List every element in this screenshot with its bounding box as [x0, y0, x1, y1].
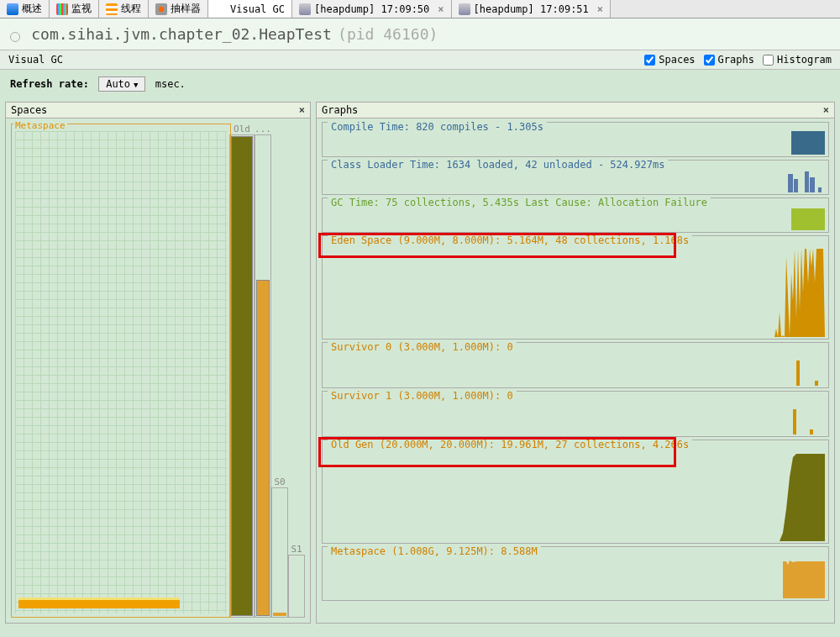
tab-label: [heapdump] 17:09:51 — [474, 3, 589, 15]
metaspace-label: Metaspace — [13, 120, 67, 131]
title-bar: com.sihai.jvm.chapter_02.HeapTest (pid 4… — [0, 18, 840, 50]
graph-survivor-1: Survivor 1 (3.000M, 1.000M): 0 — [322, 391, 829, 437]
heapdump-icon — [299, 3, 311, 15]
spaces-panel: Spaces × Metaspace Old ... — [5, 102, 311, 624]
eden-bar — [256, 280, 270, 616]
graph-title: Metaspace (1.008G, 9.125M): 8.588M — [328, 545, 541, 557]
mini-chart — [783, 556, 825, 598]
panel-header: Spaces × — [6, 103, 310, 118]
svg-rect-3 — [805, 171, 809, 192]
highlight-box — [318, 437, 676, 467]
overview-icon — [7, 3, 18, 15]
svg-rect-2 — [794, 179, 798, 192]
checkbox-label: Spaces — [659, 54, 695, 66]
tabs-bar: 概述 监视 线程 抽样器 Visual GC [heapdump] 17:09:… — [0, 0, 840, 18]
s0-label: S0 — [271, 476, 288, 487]
metaspace-grid — [15, 131, 227, 613]
tab-label: 线程 — [121, 2, 141, 16]
svg-rect-9 — [815, 381, 818, 386]
process-name: com.sihai.jvm.chapter_02.HeapTest — [31, 25, 332, 43]
checkbox[interactable] — [644, 55, 655, 66]
graph-metaspace: Metaspace (1.008G, 9.125M): 8.588M — [322, 546, 829, 601]
eden-label: ... — [255, 124, 271, 134]
svg-rect-10 — [793, 409, 796, 434]
svg-marker-13 — [783, 561, 825, 598]
graph-survivor-0: Survivor 0 (3.000M, 1.000M): 0 — [322, 342, 829, 388]
old-label: Old — [229, 124, 255, 134]
graph-title: Survivor 1 (3.000M, 1.000M): 0 — [328, 390, 517, 402]
metaspace-fill — [18, 598, 180, 608]
refresh-value: Auto — [106, 78, 130, 90]
svg-marker-7 — [774, 249, 825, 337]
mini-chart — [788, 352, 825, 386]
s1-column: S1 — [288, 544, 305, 618]
s1-bar — [290, 556, 303, 616]
tab-visual-gc[interactable]: Visual GC — [208, 0, 292, 18]
svg-rect-4 — [810, 177, 815, 192]
mini-chart — [791, 205, 825, 230]
graph-title: Class Loader Time: 1634 loaded, 42 unloa… — [328, 159, 668, 171]
graph-class-loader: Class Loader Time: 1634 loaded, 42 unloa… — [322, 160, 829, 195]
tab-sampler[interactable]: 抽样器 — [149, 0, 208, 18]
tab-label: [heapdump] 17:09:50 — [314, 3, 429, 15]
sampler-icon — [155, 3, 167, 15]
close-icon[interactable]: × — [597, 3, 603, 15]
graph-old-gen: Old Gen (20.000M, 20.000M): 19.961M, 27 … — [322, 440, 829, 544]
graph-eden-space: Eden Space (9.000M, 8.000M): 5.164M, 48 … — [322, 235, 829, 340]
checkbox-label: Histogram — [777, 54, 832, 66]
panel-title: Graphs — [322, 104, 358, 116]
graph-title: Compile Time: 820 compiles - 1.305s — [328, 121, 547, 133]
checkbox[interactable] — [763, 55, 774, 66]
eden-column: ... — [255, 124, 271, 618]
status-circle-icon — [10, 32, 20, 42]
monitor-icon — [56, 3, 68, 15]
mini-chart — [780, 450, 825, 541]
refresh-rate-select[interactable]: Auto▼ — [98, 76, 145, 92]
checkbox[interactable] — [704, 55, 715, 66]
tab-monitor[interactable]: 监视 — [50, 0, 99, 18]
metaspace-area: Metaspace — [11, 124, 231, 618]
panels-container: Spaces × Metaspace Old ... — [0, 98, 840, 627]
tab-heapdump-1[interactable]: [heapdump] 17:09:50× — [292, 0, 452, 18]
tab-label: Visual GC — [230, 3, 285, 15]
sub-header: Visual GC Spaces Graphs Histogram — [0, 50, 840, 70]
checkbox-spaces[interactable]: Spaces — [644, 54, 695, 66]
checkbox-histogram[interactable]: Histogram — [763, 54, 832, 66]
mini-chart — [774, 246, 825, 337]
tab-label: 监视 — [71, 2, 92, 16]
refresh-label: Refresh rate: — [10, 78, 89, 90]
graph-title: Survivor 0 (3.000M, 1.000M): 0 — [328, 341, 517, 353]
graphs-body: Compile Time: 820 compiles - 1.305s Clas… — [317, 118, 834, 623]
old-bar — [231, 136, 253, 616]
svg-rect-8 — [796, 361, 800, 386]
panel-header: Graphs × — [317, 103, 834, 118]
spaces-body: Metaspace Old ... S0 — [6, 118, 310, 623]
tab-overview[interactable]: 概述 — [0, 0, 50, 18]
close-icon[interactable]: × — [299, 104, 305, 116]
old-column: Old — [229, 124, 255, 618]
s0-column: S0 — [271, 476, 288, 618]
refresh-unit: msec. — [155, 78, 186, 90]
tab-label: 概述 — [22, 2, 42, 16]
svg-rect-6 — [791, 208, 825, 230]
svg-rect-5 — [818, 187, 822, 192]
panel-name: Visual GC — [8, 54, 63, 66]
tab-threads[interactable]: 线程 — [99, 0, 149, 18]
mini-chart — [785, 167, 825, 192]
close-icon[interactable]: × — [823, 104, 829, 116]
heapdump-icon — [459, 3, 470, 15]
svg-marker-12 — [780, 454, 825, 541]
tab-heapdump-2[interactable]: [heapdump] 17:09:51× — [452, 0, 612, 18]
checkbox-graphs[interactable]: Graphs — [704, 54, 754, 66]
s1-label: S1 — [288, 544, 305, 555]
close-icon[interactable]: × — [438, 3, 444, 15]
svg-rect-0 — [791, 131, 825, 155]
svg-rect-1 — [788, 174, 793, 192]
highlight-box — [318, 233, 676, 258]
process-pid: (pid 46160) — [338, 25, 438, 43]
mini-chart — [788, 401, 825, 434]
s0-bar — [273, 613, 286, 616]
graph-compile-time: Compile Time: 820 compiles - 1.305s — [322, 122, 829, 157]
graphs-panel: Graphs × Compile Time: 820 compiles - 1.… — [316, 102, 835, 624]
panel-title: Spaces — [11, 104, 47, 116]
